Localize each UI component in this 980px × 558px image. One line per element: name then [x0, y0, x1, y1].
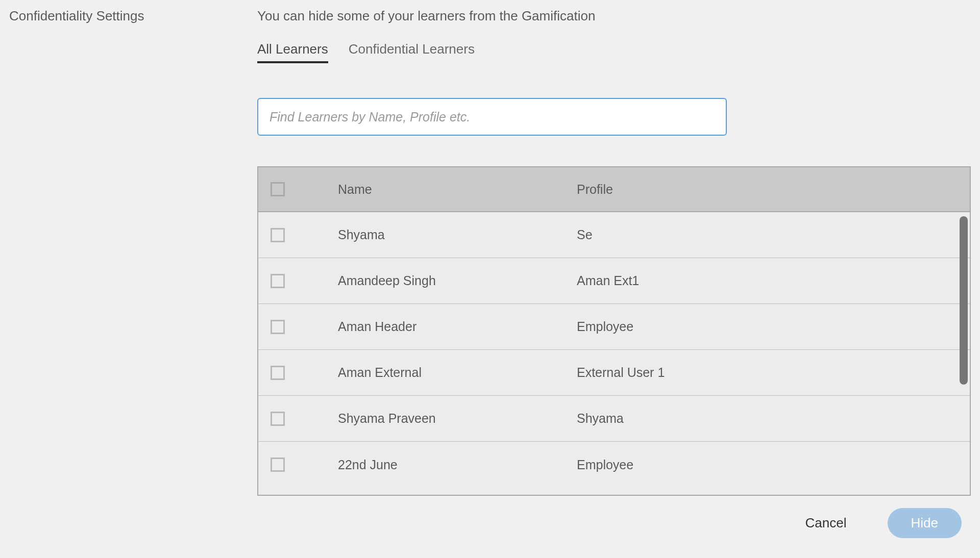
description-text: You can hide some of your learners from …: [257, 8, 971, 24]
table-body: Shyama Se Amandeep Singh Aman Ext1 Aman …: [258, 212, 970, 496]
hide-button[interactable]: Hide: [888, 508, 962, 538]
row-checkbox[interactable]: [271, 366, 285, 380]
tab-confidential-learners[interactable]: Confidential Learners: [349, 41, 475, 63]
row-name: Shyama Praveen: [338, 411, 577, 426]
tabs-container: All Learners Confidential Learners: [257, 41, 971, 63]
row-profile: Employee: [577, 319, 970, 334]
row-profile: External User 1: [577, 365, 970, 380]
row-name: Aman Header: [338, 319, 577, 334]
row-profile: Shyama: [577, 411, 970, 426]
table-header: Name Profile: [258, 167, 970, 212]
row-checkbox[interactable]: [271, 412, 285, 426]
learners-table: Name Profile Shyama Se Amandeep Singh Am…: [257, 166, 971, 496]
row-name: Aman External: [338, 365, 577, 380]
row-checkbox[interactable]: [271, 228, 285, 242]
table-row: 22nd June Employee: [258, 442, 970, 488]
table-row: Amandeep Singh Aman Ext1: [258, 258, 970, 304]
row-name: 22nd June: [338, 458, 577, 472]
select-all-checkbox[interactable]: [271, 182, 285, 196]
table-row: Aman Header Employee: [258, 304, 970, 350]
row-name: Amandeep Singh: [338, 273, 577, 288]
row-checkbox[interactable]: [271, 320, 285, 334]
section-title: Confidentiality Settings: [9, 8, 257, 24]
scrollbar-thumb[interactable]: [960, 216, 968, 385]
row-profile: Se: [577, 227, 970, 242]
header-profile: Profile: [577, 182, 970, 197]
cancel-button[interactable]: Cancel: [805, 515, 847, 531]
row-profile: Aman Ext1: [577, 273, 970, 288]
table-row: Shyama Se: [258, 212, 970, 258]
tab-all-learners[interactable]: All Learners: [257, 41, 328, 63]
footer-actions: Cancel Hide: [257, 508, 971, 538]
table-row: Shyama Praveen Shyama: [258, 396, 970, 442]
search-input[interactable]: [257, 98, 727, 136]
scrollbar-track[interactable]: [960, 216, 968, 491]
header-name: Name: [338, 182, 577, 197]
row-name: Shyama: [338, 227, 577, 242]
table-row: Aman External External User 1: [258, 350, 970, 396]
row-profile: Employee: [577, 458, 970, 472]
row-checkbox[interactable]: [271, 274, 285, 288]
row-checkbox[interactable]: [271, 458, 285, 472]
